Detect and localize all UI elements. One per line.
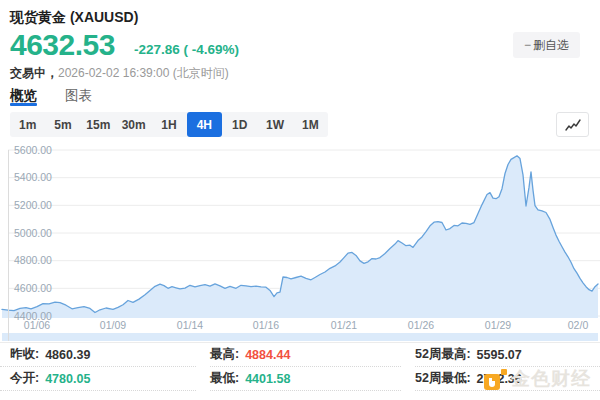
stat-label: 52周最高: (415, 346, 471, 363)
quote-timestamp: 2026-02-02 16:39:00 (北京时间) (58, 66, 229, 80)
trading-status-row: 交易中，2026-02-02 16:39:00 (北京时间) (10, 65, 229, 82)
timeframe-toolbar: 1m5m15m30m1H4H1D1W1M (10, 112, 328, 137)
stat-cell: 最高:4884.44 (210, 343, 401, 367)
stat-value: 4780.05 (45, 372, 90, 386)
y-axis-label: 4600.00 (14, 282, 52, 294)
area-fill (2, 156, 598, 341)
stat-cell: 52周最高:5595.07 (415, 343, 600, 367)
x-axis-label: 01/29 (485, 319, 511, 331)
timeframe-1d[interactable]: 1D (222, 112, 257, 137)
stat-cell: 最低:4401.58 (210, 367, 401, 391)
timeframe-15m[interactable]: 15m (81, 112, 116, 137)
stat-label: 昨收: (10, 346, 39, 363)
stat-cell: 今开:4780.05 (0, 367, 196, 391)
current-price: 4632.53 (10, 28, 115, 62)
stat-value: 5595.07 (477, 348, 522, 362)
jinse-logo-icon (483, 367, 507, 391)
active-tab-underline (10, 103, 37, 106)
x-axis-label: 01/14 (177, 319, 203, 331)
stat-value: 4860.39 (45, 348, 90, 362)
timeframe-5m[interactable]: 5m (45, 112, 80, 137)
x-axis-label: 01/06 (24, 319, 50, 331)
timeframe-30m[interactable]: 30m (116, 112, 151, 137)
y-axis-label: 5600.00 (14, 144, 52, 156)
timeframe-4h[interactable]: 4H (187, 112, 222, 137)
minus-icon: − (524, 38, 531, 52)
chart-type-button[interactable] (556, 112, 589, 137)
y-axis-label: 4800.00 (14, 254, 52, 266)
x-axis-label: 01/09 (100, 319, 126, 331)
x-axis-label: 01/21 (331, 319, 357, 331)
stat-value: 4884.44 (245, 348, 290, 362)
x-axis-label: 02/0 (568, 319, 589, 331)
y-axis-label: 5000.00 (14, 227, 52, 239)
y-axis-label: 5200.00 (14, 199, 52, 211)
stat-label: 最低: (210, 370, 239, 387)
brand-watermark: 金色财经 (483, 366, 591, 392)
line-chart-icon (563, 117, 583, 133)
timeframe-1h[interactable]: 1H (151, 112, 186, 137)
instrument-title: 现货黄金 (XAUUSD) (10, 9, 138, 27)
x-axis-label: 01/16 (253, 319, 279, 331)
tab-chart[interactable]: 图表 (65, 87, 92, 105)
x-axis-label: 01/26 (408, 319, 434, 331)
stat-value: 4401.58 (245, 372, 290, 386)
y-axis-label: 5400.00 (14, 171, 52, 183)
timeframe-1m[interactable]: 1m (10, 112, 45, 137)
brand-watermark-text: 金色财经 (511, 366, 591, 392)
remove-watchlist-button[interactable]: −删自选 (513, 32, 580, 58)
trading-status: 交易中， (10, 66, 58, 80)
stat-label: 最高: (210, 346, 239, 363)
price-change: -227.86 ( -4.69%) (134, 42, 239, 57)
stats-row: 昨收:4860.39最高:4884.4452周最高:5595.07 (0, 343, 600, 367)
stat-label: 今开: (10, 370, 39, 387)
stat-cell: 昨收:4860.39 (0, 343, 196, 367)
timeframe-1m[interactable]: 1M (293, 112, 328, 137)
chart-canvas: 5600.005400.005200.005000.004800.004600.… (0, 143, 600, 341)
remove-watchlist-label: 删自选 (533, 38, 569, 52)
stat-label: 52周最低: (415, 370, 471, 387)
price-chart[interactable]: 5600.005400.005200.005000.004800.004600.… (0, 143, 600, 341)
timeframe-1w[interactable]: 1W (257, 112, 292, 137)
